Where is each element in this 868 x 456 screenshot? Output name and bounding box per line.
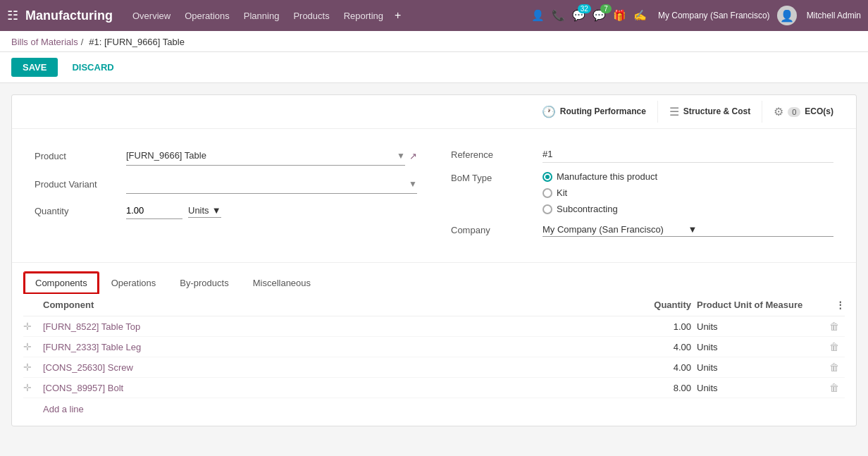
bom-type-manufacture[interactable]: Manufacture this product bbox=[542, 171, 657, 182]
clock-icon: 🕐 bbox=[542, 105, 556, 118]
reference-label: Reference bbox=[451, 149, 542, 160]
unit-dropdown-icon[interactable]: ▼ bbox=[212, 205, 221, 216]
bom-type-radio-group: Manufacture this product Kit Subcontract… bbox=[542, 171, 657, 214]
component-link-0[interactable]: [FURN_8522] Table Top bbox=[40, 321, 626, 332]
routing-performance-button[interactable]: 🕐 Routing Performance bbox=[531, 101, 657, 123]
company-field-row: Company My Company (San Francisco) ▼ bbox=[451, 223, 833, 237]
drag-handle-icon[interactable]: ✛ bbox=[23, 321, 32, 332]
tab-components[interactable]: Components bbox=[23, 271, 99, 294]
drag-handle-icon[interactable]: ✛ bbox=[23, 341, 32, 352]
add-line-button[interactable]: Add a line bbox=[23, 398, 845, 414]
contacts-icon[interactable]: 👤 bbox=[531, 9, 545, 22]
product-input-wrap: [FURN_9666] Table ▼ bbox=[126, 146, 405, 166]
tab-byproducts[interactable]: By-products bbox=[168, 271, 240, 294]
tab-miscellaneous[interactable]: Miscellaneous bbox=[241, 271, 323, 294]
product-variant-input[interactable] bbox=[126, 175, 409, 192]
message-badge: 7 bbox=[600, 4, 612, 13]
product-field-row: Product [FURN_9666] Table ▼ ↗ bbox=[35, 146, 417, 166]
column-menu-icon[interactable]: ⋮ bbox=[836, 300, 845, 310]
top-navigation: ☷ Manufacturing Overview Operations Plan… bbox=[0, 0, 868, 31]
product-variant-dropdown-icon[interactable]: ▼ bbox=[409, 179, 417, 189]
component-link-3[interactable]: [CONS_89957] Bolt bbox=[40, 383, 626, 393]
form-fields: Product [FURN_9666] Table ▼ ↗ Product Va… bbox=[12, 129, 856, 262]
quantity-field-row: Quantity 1.00 Units ▼ bbox=[35, 202, 417, 219]
gear-icon: ⚙ bbox=[774, 105, 783, 118]
nav-operations[interactable]: Operations bbox=[179, 11, 235, 21]
nav-reporting[interactable]: Reporting bbox=[338, 11, 389, 21]
bom-type-subcontracting-radio[interactable] bbox=[542, 204, 552, 214]
bom-type-field-row: BoM Type Manufacture this product Kit bbox=[451, 171, 833, 214]
breadcrumb-parent[interactable]: Bills of Materials bbox=[11, 37, 78, 47]
drag-handle-icon[interactable]: ✛ bbox=[23, 362, 32, 373]
unit-select-wrap: Units ▼ bbox=[188, 204, 221, 218]
component-link-2[interactable]: [CONS_25630] Screw bbox=[40, 362, 626, 373]
company-input-wrap: My Company (San Francisco) ▼ bbox=[542, 223, 833, 237]
company-label: My Company (San Francisco) bbox=[658, 11, 770, 20]
company-label: Company bbox=[451, 225, 542, 235]
add-nav-icon[interactable]: + bbox=[395, 9, 401, 22]
delete-row-2[interactable]: 🗑 bbox=[824, 362, 845, 373]
product-external-link-icon[interactable]: ↗ bbox=[409, 151, 417, 161]
left-column: Product [FURN_9666] Table ▼ ↗ Product Va… bbox=[35, 146, 417, 245]
breadcrumb-separator: / bbox=[81, 37, 84, 47]
table-row: ✛ [FURN_2333] Table Leg 4.00 Units 🗑 bbox=[23, 337, 845, 357]
bom-type-kit[interactable]: Kit bbox=[542, 187, 657, 198]
bom-type-manufacture-radio[interactable] bbox=[542, 172, 552, 182]
form-card-toolbar: 🕐 Routing Performance ☰ Structure & Cost… bbox=[12, 95, 856, 129]
product-variant-input-wrap: ▼ bbox=[126, 174, 417, 194]
breadcrumb: Bills of Materials / #1: [FURN_9666] Tab… bbox=[11, 37, 857, 51]
phone-icon[interactable]: 📞 bbox=[552, 9, 565, 22]
tab-operations[interactable]: Operations bbox=[99, 271, 168, 294]
table-row: ✛ [FURN_8522] Table Top 1.00 Units 🗑 bbox=[23, 316, 845, 337]
message-badge-wrap: 💬 7 bbox=[593, 9, 606, 22]
components-table: Component Quantity Product Unit of Measu… bbox=[12, 294, 856, 426]
col-component-header: Component bbox=[40, 300, 626, 310]
form-card: 🕐 Routing Performance ☰ Structure & Cost… bbox=[11, 94, 857, 426]
save-button[interactable]: SAVE bbox=[11, 58, 58, 77]
chat-badge-wrap: 💬 32 bbox=[572, 9, 585, 22]
quantity-input[interactable]: 1.00 bbox=[126, 202, 182, 219]
routing-performance-label: Routing Performance bbox=[560, 106, 646, 116]
row-uom-1: Units bbox=[697, 342, 824, 352]
table-header: Component Quantity Product Unit of Measu… bbox=[23, 294, 845, 316]
gift-icon[interactable]: 🎁 bbox=[613, 9, 626, 22]
table-row: ✛ [CONS_89957] Bolt 8.00 Units 🗑 bbox=[23, 378, 845, 398]
company-value: My Company (San Francisco) bbox=[542, 224, 688, 235]
product-dropdown-icon[interactable]: ▼ bbox=[397, 151, 405, 161]
nav-planning[interactable]: Planning bbox=[238, 11, 285, 21]
list-icon: ☰ bbox=[669, 105, 679, 118]
breadcrumb-current: #1: [FURN_9666] Table bbox=[89, 37, 185, 47]
delete-row-1[interactable]: 🗑 bbox=[824, 341, 845, 352]
app-grid-icon[interactable]: ☷ bbox=[7, 8, 18, 23]
col-uom-header: Product Unit of Measure bbox=[697, 300, 824, 310]
row-uom-3: Units bbox=[697, 383, 824, 393]
company-dropdown-icon[interactable]: ▼ bbox=[688, 224, 834, 235]
avatar[interactable]: 👤 bbox=[777, 6, 797, 25]
drag-handle-icon[interactable]: ✛ bbox=[23, 382, 32, 393]
structure-cost-button[interactable]: ☰ Structure & Cost bbox=[657, 101, 762, 123]
bom-type-kit-label: Kit bbox=[557, 187, 567, 198]
discard-button[interactable]: DISCARD bbox=[63, 58, 122, 77]
row-quantity-2: 4.00 bbox=[626, 362, 697, 373]
product-input[interactable]: [FURN_9666] Table bbox=[126, 147, 397, 164]
component-link-1[interactable]: [FURN_2333] Table Leg bbox=[40, 342, 626, 352]
bom-type-subcontracting[interactable]: Subcontracting bbox=[542, 204, 657, 214]
user-name: Mitchell Admin bbox=[807, 11, 861, 20]
delete-row-3[interactable]: 🗑 bbox=[824, 382, 845, 393]
eco-count: 0 bbox=[788, 107, 800, 117]
settings-icon[interactable]: ✍ bbox=[633, 9, 647, 22]
product-label: Product bbox=[35, 151, 126, 161]
eco-button[interactable]: ⚙ 0 ECO(s) bbox=[762, 101, 845, 123]
bom-type-kit-radio[interactable] bbox=[542, 188, 552, 198]
action-bar: SAVE DISCARD bbox=[0, 52, 868, 83]
nav-products[interactable]: Products bbox=[287, 11, 335, 21]
row-uom-2: Units bbox=[697, 362, 824, 373]
bom-type-subcontracting-label: Subcontracting bbox=[557, 204, 618, 214]
row-quantity-1: 4.00 bbox=[626, 342, 697, 352]
eco-label: ECO(s) bbox=[805, 106, 833, 116]
row-quantity-3: 8.00 bbox=[626, 383, 697, 393]
reference-input[interactable]: #1 bbox=[542, 146, 833, 163]
product-variant-label: Product Variant bbox=[35, 179, 126, 190]
nav-overview[interactable]: Overview bbox=[127, 11, 176, 21]
delete-row-0[interactable]: 🗑 bbox=[824, 321, 845, 332]
